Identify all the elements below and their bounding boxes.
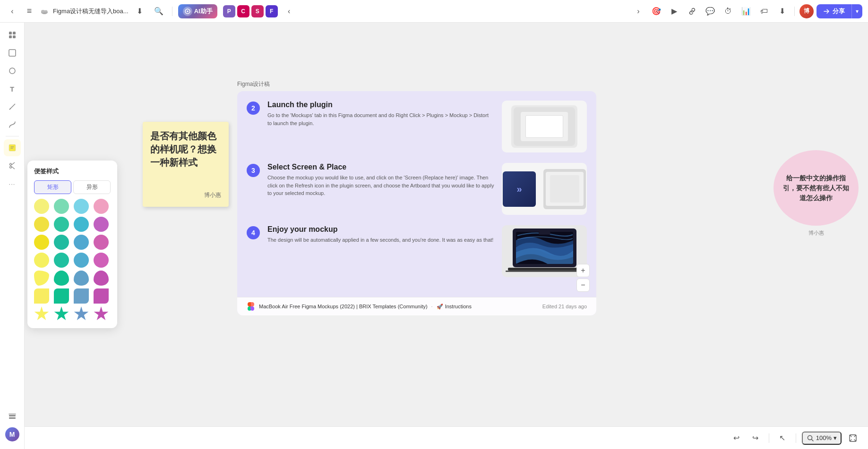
- icon-chart-button[interactable]: 📊: [739, 4, 754, 19]
- tool-curve[interactable]: [4, 116, 21, 133]
- icon-play-button[interactable]: ▶: [667, 4, 682, 19]
- bubble-text: 给一般中文的操作指引，要不然有些人不知道怎么操作: [773, 164, 859, 212]
- user-avatar-small[interactable]: M: [5, 427, 19, 441]
- footer-edited: Edited 21 days ago: [542, 304, 587, 309]
- fit-to-screen-button[interactable]: [845, 431, 860, 446]
- color-star-yellow[interactable]: [34, 288, 49, 304]
- tool-sticky[interactable]: [4, 139, 21, 156]
- tab-rect[interactable]: 矩形: [34, 180, 71, 194]
- color-blue-mid[interactable]: [74, 235, 89, 250]
- step-4-row: 4 Enjoy your mockup The design will be a…: [247, 225, 587, 277]
- tool-frame[interactable]: [4, 44, 21, 61]
- color-pink-sat[interactable]: [94, 253, 109, 268]
- sticky-panel-title: 便签样式: [34, 167, 111, 176]
- color-pink-light[interactable]: [94, 199, 109, 214]
- icon-link-button[interactable]: [685, 4, 700, 19]
- color-magenta[interactable]: [94, 235, 109, 250]
- color-green-sat[interactable]: [54, 253, 69, 268]
- color-teal2[interactable]: [54, 235, 69, 250]
- icon-download2-button[interactable]: ⬇: [774, 4, 790, 19]
- color-yellow-mid[interactable]: [34, 217, 49, 232]
- color-star-blue[interactable]: [74, 288, 89, 304]
- frame-zoom-controls: + −: [576, 264, 590, 292]
- zoom-control[interactable]: 100% ▾: [802, 432, 842, 445]
- step-3-row: 3 Select Screen & Place Choose the mocku…: [247, 163, 587, 215]
- icon-tag-button[interactable]: 🏷: [756, 4, 772, 19]
- step-2-image: [502, 101, 587, 152]
- zoom-in-button[interactable]: +: [576, 264, 590, 277]
- color-heart-purple[interactable]: [94, 271, 109, 286]
- step-2-content: Launch the plugin Go to the 'Mockups' ta…: [267, 101, 494, 127]
- color-cyan[interactable]: [74, 217, 89, 232]
- color-heart-yellow[interactable]: [34, 271, 49, 286]
- tool-text[interactable]: T: [4, 80, 21, 97]
- menu-button[interactable]: ≡: [23, 5, 36, 18]
- undo-button[interactable]: ↩: [729, 431, 744, 446]
- tool-home[interactable]: [4, 26, 21, 43]
- plugin-tab-f[interactable]: F: [266, 5, 278, 17]
- share-group: 分享 ▾: [816, 4, 862, 18]
- cloud-icon: [40, 7, 49, 16]
- color-badge-yellow[interactable]: [34, 306, 49, 322]
- svg-rect-18: [539, 232, 550, 235]
- canvas: Figma设计稿 是否有其他颜色的样机呢？想换一种新样式 博小惠 2 Launc…: [25, 23, 868, 449]
- zoom-level: 100%: [816, 434, 832, 441]
- share-dropdown-button[interactable]: ▾: [851, 4, 862, 18]
- step-3-content: Select Screen & Place Choose the mockup …: [267, 163, 494, 197]
- step-3-image: »: [502, 163, 587, 215]
- icon-timer-button[interactable]: ⏱: [721, 4, 736, 19]
- step-4-number: 4: [247, 226, 260, 239]
- redo-button[interactable]: ↪: [748, 431, 763, 446]
- separator2: [794, 7, 795, 16]
- plugin-tab-p[interactable]: P: [223, 5, 235, 17]
- monitor-left-panel: »: [503, 171, 536, 207]
- color-heart-green[interactable]: [54, 271, 69, 286]
- separator: [172, 7, 172, 16]
- footer-instructions: 🚀 Instructions: [437, 304, 472, 310]
- plugin-tab-s[interactable]: S: [251, 5, 264, 17]
- color-teal[interactable]: [54, 217, 69, 232]
- color-heart-blue[interactable]: [74, 271, 89, 286]
- color-star-green[interactable]: [54, 288, 69, 304]
- collapse-left-button[interactable]: ‹: [282, 4, 297, 19]
- instructions-icon: 🚀: [437, 304, 443, 310]
- icon-comment-button[interactable]: 💬: [703, 4, 718, 19]
- expand-right-button[interactable]: ›: [631, 4, 646, 19]
- pointer-tool[interactable]: ↖: [775, 431, 790, 446]
- sticky-note-text: 是否有其他颜色的样机呢？想换一种新样式: [150, 129, 221, 169]
- zoom-out-button[interactable]: −: [576, 279, 590, 292]
- tool-layers[interactable]: [4, 408, 21, 425]
- back-button[interactable]: ‹: [6, 5, 19, 18]
- ai-assistant-button[interactable]: AI助手: [178, 4, 217, 18]
- tool-scissors[interactable]: [4, 157, 21, 174]
- step-2-desc: Go to the 'Mockups' tab in this Figma do…: [267, 111, 494, 127]
- color-blue-light[interactable]: [74, 199, 89, 214]
- color-yellow-bright[interactable]: [34, 235, 49, 250]
- download-button[interactable]: ⬇: [132, 4, 147, 19]
- tool-circle[interactable]: [4, 62, 21, 79]
- sticky-panel: 便签样式 矩形 异形: [27, 161, 117, 328]
- search-button[interactable]: 🔍: [151, 4, 166, 19]
- color-badge-purple[interactable]: [94, 306, 109, 322]
- color-star-purple[interactable]: [94, 288, 109, 304]
- color-badge-blue[interactable]: [74, 306, 89, 322]
- color-badge-green[interactable]: [54, 306, 69, 322]
- tab-irregular[interactable]: 异形: [73, 180, 111, 194]
- color-green-light[interactable]: [54, 199, 69, 214]
- step-4-content: Enjoy your mockup The design will be aut…: [267, 225, 494, 244]
- sticky-note-author: 博小惠: [150, 191, 221, 199]
- color-yellow-sat[interactable]: [34, 253, 49, 268]
- footer-dot: ·: [431, 304, 433, 309]
- plugin-tab-c[interactable]: C: [237, 5, 249, 17]
- tool-more[interactable]: ···: [4, 175, 21, 192]
- share-button[interactable]: 分享: [816, 4, 851, 18]
- user-avatar[interactable]: 博: [799, 4, 814, 18]
- color-purple[interactable]: [94, 217, 109, 232]
- color-yellow-light[interactable]: [34, 199, 49, 214]
- icon-target-button[interactable]: 🎯: [649, 4, 664, 19]
- bubble-author: 博小惠: [773, 229, 859, 237]
- svg-rect-8: [9, 50, 16, 56]
- main-content-frame: 2 Launch the plugin Go to the 'Mockups' …: [237, 91, 596, 315]
- tool-pen[interactable]: [4, 98, 21, 115]
- color-blue-sat[interactable]: [74, 253, 89, 268]
